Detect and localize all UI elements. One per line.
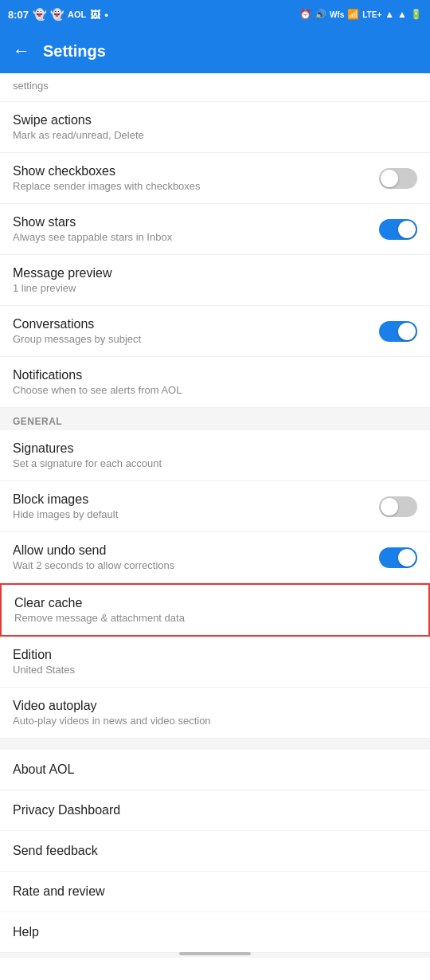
setting-subtitle-block-images: Hide images by default bbox=[13, 508, 369, 520]
battery-icon: 🔋 bbox=[410, 9, 422, 20]
general-section-label: GENERAL bbox=[0, 408, 430, 430]
status-bar-right: ⏰ 🔊 Wfs 📶 LTE+ ▲ ▲ 🔋 bbox=[299, 9, 422, 20]
setting-item-edition[interactable]: Edition United States bbox=[0, 637, 430, 688]
setting-item-show-checkboxes[interactable]: Show checkboxes Replace sender images wi… bbox=[0, 153, 430, 204]
signal2-icon: ▲ bbox=[397, 9, 407, 20]
setting-item-send-feedback[interactable]: Send feedback bbox=[0, 831, 430, 872]
setting-subtitle-signatures: Set a signature for each account bbox=[13, 457, 417, 469]
back-button[interactable]: ← bbox=[13, 41, 30, 61]
setting-title-notifications: Notifications bbox=[13, 368, 417, 382]
setting-title-block-images: Block images bbox=[13, 492, 369, 507]
status-bar-left: 8:07 👻 👻 AOL 🖼 • bbox=[8, 8, 108, 21]
toggle-show-stars[interactable] bbox=[379, 219, 417, 240]
setting-title-clear-cache: Clear cache bbox=[14, 596, 416, 610]
setting-item-clear-cache[interactable]: Clear cache Remove message & attachment … bbox=[0, 583, 430, 637]
photo-icon: 🖼 bbox=[90, 9, 100, 21]
setting-subtitle-edition: United States bbox=[13, 664, 417, 676]
setting-item-show-stars[interactable]: Show stars Always see tappable stars in … bbox=[0, 204, 430, 255]
setting-title-signatures: Signatures bbox=[13, 441, 417, 456]
toggle-conversations[interactable] bbox=[379, 321, 417, 342]
setting-item-notifications[interactable]: Notifications Choose when to see alerts … bbox=[0, 357, 430, 408]
ghost2-icon: 👻 bbox=[50, 8, 64, 21]
setting-subtitle-show-checkboxes: Replace sender images with checkboxes bbox=[13, 180, 369, 192]
setting-text-allow-undo-send: Allow undo send Wait 2 seconds to allow … bbox=[13, 543, 369, 571]
section-separator-bottom bbox=[0, 739, 430, 750]
setting-title-allow-undo-send: Allow undo send bbox=[13, 543, 369, 558]
setting-subtitle-allow-undo-send: Wait 2 seconds to allow corrections bbox=[13, 559, 369, 571]
volume-icon: 🔊 bbox=[315, 9, 326, 20]
lte-icon: LTE+ bbox=[362, 10, 381, 19]
header: ← Settings bbox=[0, 29, 430, 73]
status-bar: 8:07 👻 👻 AOL 🖼 • ⏰ 🔊 Wfs 📶 LTE+ ▲ ▲ 🔋 bbox=[0, 0, 430, 29]
setting-text-edition: Edition United States bbox=[13, 648, 417, 676]
signal-icon: ▲ bbox=[385, 9, 394, 20]
setting-text-message-preview: Message preview 1 line preview bbox=[13, 266, 417, 294]
aol-icon: AOL bbox=[68, 10, 86, 19]
setting-item-privacy-dashboard[interactable]: Privacy Dashboard bbox=[0, 790, 430, 831]
setting-item-swipe-actions[interactable]: Swipe actions Mark as read/unread, Delet… bbox=[0, 102, 430, 153]
setting-subtitle-video-autoplay: Auto-play videos in news and video secti… bbox=[13, 715, 417, 727]
truncated-text: settings bbox=[13, 80, 49, 92]
setting-item-rate-and-review[interactable]: Rate and review bbox=[0, 872, 430, 912]
setting-subtitle-show-stars: Always see tappable stars in Inbox bbox=[13, 231, 369, 243]
setting-item-signatures[interactable]: Signatures Set a signature for each acco… bbox=[0, 430, 430, 481]
setting-subtitle-clear-cache: Remove message & attachment data bbox=[14, 612, 416, 624]
bottom-bar bbox=[0, 953, 430, 958]
setting-text-show-checkboxes: Show checkboxes Replace sender images wi… bbox=[13, 164, 369, 192]
toggle-block-images[interactable] bbox=[379, 496, 417, 517]
ghost-icon: 👻 bbox=[33, 8, 46, 21]
setting-item-conversations[interactable]: Conversations Group messages by subject bbox=[0, 306, 430, 357]
toggle-show-checkboxes[interactable] bbox=[379, 168, 417, 189]
setting-title-conversations: Conversations bbox=[13, 317, 369, 331]
setting-item-allow-undo-send[interactable]: Allow undo send Wait 2 seconds to allow … bbox=[0, 532, 430, 583]
settings-list: settings Swipe actions Mark as read/unre… bbox=[0, 73, 430, 953]
wifi-lte-icon: Wfs bbox=[330, 10, 344, 19]
setting-text-signatures: Signatures Set a signature for each acco… bbox=[13, 441, 417, 469]
setting-title-show-stars: Show stars bbox=[13, 215, 369, 229]
setting-text-block-images: Block images Hide images by default bbox=[13, 492, 369, 520]
setting-item-about-aol[interactable]: About AOL bbox=[0, 750, 430, 790]
setting-subtitle-swipe-actions: Mark as read/unread, Delete bbox=[13, 129, 417, 141]
wifi-icon: 📶 bbox=[347, 9, 359, 20]
setting-title-message-preview: Message preview bbox=[13, 266, 417, 280]
status-time: 8:07 bbox=[8, 9, 29, 21]
alarm-icon: ⏰ bbox=[299, 9, 311, 20]
setting-item-block-images[interactable]: Block images Hide images by default bbox=[0, 481, 430, 532]
setting-subtitle-notifications: Choose when to see alerts from AOL bbox=[13, 384, 417, 396]
setting-text-swipe-actions: Swipe actions Mark as read/unread, Delet… bbox=[13, 113, 417, 141]
setting-title-video-autoplay: Video autoplay bbox=[13, 699, 417, 713]
setting-subtitle-conversations: Group messages by subject bbox=[13, 333, 369, 345]
setting-text-conversations: Conversations Group messages by subject bbox=[13, 317, 369, 345]
setting-item-video-autoplay[interactable]: Video autoplay Auto-play videos in news … bbox=[0, 688, 430, 739]
page-title: Settings bbox=[43, 42, 106, 61]
setting-subtitle-message-preview: 1 line preview bbox=[13, 282, 417, 294]
setting-text-notifications: Notifications Choose when to see alerts … bbox=[13, 368, 417, 396]
dot-icon: • bbox=[104, 9, 108, 21]
truncated-top-item: settings bbox=[0, 73, 430, 102]
setting-title-swipe-actions: Swipe actions bbox=[13, 113, 417, 127]
setting-item-message-preview[interactable]: Message preview 1 line preview bbox=[0, 255, 430, 306]
setting-title-show-checkboxes: Show checkboxes bbox=[13, 164, 369, 178]
setting-item-help[interactable]: Help bbox=[0, 912, 430, 953]
setting-text-show-stars: Show stars Always see tappable stars in … bbox=[13, 215, 369, 243]
setting-text-clear-cache: Clear cache Remove message & attachment … bbox=[14, 596, 416, 624]
toggle-allow-undo-send[interactable] bbox=[379, 547, 417, 568]
bottom-handle bbox=[179, 952, 251, 955]
setting-text-video-autoplay: Video autoplay Auto-play videos in news … bbox=[13, 699, 417, 727]
setting-title-edition: Edition bbox=[13, 648, 417, 662]
